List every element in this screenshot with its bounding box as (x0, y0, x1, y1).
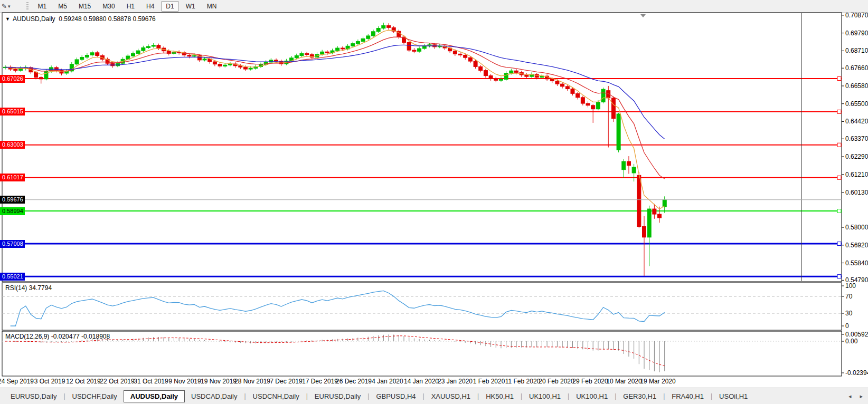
date-axis-label: 4 Jan 2020 (372, 378, 403, 385)
tab-usdcnh-daily[interactable]: USDCNH,Daily (247, 391, 306, 402)
axis-labels-layer: 0.708700.697900.687100.676600.665800.655… (0, 0, 868, 404)
tab-uk100-h1[interactable]: UK100,H1 (523, 391, 567, 402)
price-tick-label: 0.56920 (845, 242, 868, 249)
tab-hk50-h1[interactable]: HK50,H1 (479, 391, 520, 402)
date-axis-label: 28 Nov 2019 (234, 378, 270, 385)
rsi-name: RSI(14) (5, 284, 27, 292)
chart-title: ▼AUDUSD,Daily 0.59248 0.59880 0.58878 0.… (5, 15, 156, 23)
macd-tick-label: -0.023944 (845, 369, 868, 377)
chart-ohlc-values: 0.59248 0.59880 0.58878 0.59676 (59, 15, 156, 23)
date-axis-label: 29 Feb 2020 (572, 378, 608, 385)
tab-separator: | (711, 392, 712, 400)
tab-separator: | (63, 392, 65, 400)
rsi-tick-label: 70 (845, 293, 852, 300)
macd-name: MACD(12,26,9) (5, 333, 49, 340)
price-tick-label: 0.58000 (845, 224, 868, 231)
tab-usdcad-daily[interactable]: USDCAD,Daily (185, 391, 243, 402)
date-axis-label: 1 Feb 2020 (473, 378, 505, 385)
tab-separator: | (521, 392, 522, 400)
tab-separator: | (423, 392, 424, 400)
macd-value: -0.020477 -0.018908 (51, 333, 110, 340)
chart-tabs: EURUSD,Daily|USDCHF,DailyAUDUSD,DailyUSD… (4, 390, 754, 402)
date-axis-label: 11 Feb 2020 (505, 378, 541, 385)
tab-ger30-h1[interactable]: GER30,H1 (617, 391, 663, 402)
price-tick-label: 0.65500 (845, 100, 868, 108)
price-tick-label: 0.61210 (845, 171, 868, 178)
price-tick-label: 0.68710 (845, 47, 868, 54)
tab-scroll-right-icon[interactable]: ▸ (860, 393, 863, 400)
tab-separator: | (615, 392, 616, 400)
rsi-value: 34.7794 (29, 284, 52, 292)
tab-uk100-h1[interactable]: UK100,H1 (570, 391, 614, 402)
macd-tick-label: 0.00 (845, 338, 857, 345)
date-axis-label: 19 Nov 2019 (201, 378, 237, 385)
level-price-box: 0.61017 (0, 174, 25, 181)
rsi-tick-label: 30 (845, 310, 852, 317)
level-price-box: 0.58994 (0, 207, 25, 215)
date-axis-label: 26 Dec 2019 (336, 378, 372, 385)
level-price-box: 0.67026 (0, 75, 25, 83)
date-axis-label: 19 Mar 2020 (640, 378, 675, 385)
tab-separator: | (367, 392, 369, 400)
chart-tab-bar: EURUSD,Daily|USDCHF,DailyAUDUSD,DailyUSD… (0, 388, 868, 404)
date-axis-label: 24 Sep 2019 (0, 378, 34, 385)
date-axis-label: 20 Feb 2020 (539, 378, 574, 385)
tab-gbpusd-h4[interactable]: GBPUSD,H4 (370, 391, 422, 402)
tab-eurusd-daily[interactable]: EURUSD,Daily (308, 391, 367, 402)
tab-separator: | (663, 392, 665, 400)
price-tick-label: 0.64420 (845, 118, 868, 125)
price-tick-label: 0.63370 (845, 135, 868, 142)
price-tick-label: 0.66580 (845, 82, 868, 90)
date-axis-label: 7 Dec 2019 (270, 378, 302, 385)
date-axis-label: 10 Mar 2020 (606, 378, 641, 385)
date-axis-label: 31 Oct 2019 (134, 378, 168, 385)
date-axis-label: 22 Oct 2019 (100, 378, 134, 385)
rsi-tick-label: 100 (845, 282, 856, 290)
price-tick-label: 0.70870 (845, 12, 868, 19)
macd-indicator-label: MACD(12,26,9) -0.020477 -0.018908 (5, 333, 110, 340)
tab-audusd-daily[interactable]: AUDUSD,Daily (124, 390, 185, 402)
level-price-box: 0.63003 (0, 141, 25, 149)
date-axis-label: 12 Oct 2019 (66, 378, 100, 385)
date-axis-label: 17 Dec 2019 (302, 378, 338, 385)
date-axis-label: 23 Jan 2020 (438, 378, 473, 385)
chart-symbol-label: AUDUSD,Daily (13, 15, 55, 23)
price-tick-label: 0.60130 (845, 189, 868, 196)
tab-xauusd-h1[interactable]: XAUUSD,H1 (425, 391, 477, 402)
macd-tick-label: 0.005923 (845, 331, 868, 338)
rsi-tick-label: 0 (845, 322, 849, 330)
tab-eurusd-daily[interactable]: EURUSD,Daily (4, 391, 63, 402)
rsi-indicator-label: RSI(14) 34.7794 (5, 284, 52, 292)
tab-separator: | (477, 392, 479, 400)
mt4-window: ✎ ▾ M1M5M15M30H1H4D1W1MN 0.708700.697900… (0, 0, 868, 404)
tab-separator: | (568, 392, 569, 400)
tab-separator: | (244, 392, 246, 400)
price-tick-label: 0.55840 (845, 259, 868, 267)
date-axis-label: 3 Oct 2019 (34, 378, 65, 385)
price-tick-label: 0.67660 (845, 64, 868, 72)
price-tick-label: 0.62290 (845, 153, 868, 160)
tab-scroll-left-icon[interactable]: ◂ (848, 393, 852, 400)
level-price-box: 0.55021 (0, 273, 25, 281)
date-axis-label: 9 Nov 2019 (168, 378, 201, 385)
tab-fra40-h1[interactable]: FRA40,H1 (665, 391, 710, 402)
price-tick-label: 0.69790 (845, 30, 868, 37)
tab-usdchf-daily[interactable]: USDCHF,Daily (66, 391, 124, 402)
tab-separator: | (306, 392, 308, 400)
tab-usoil-h1[interactable]: USOil,H1 (713, 391, 754, 402)
level-price-box: 0.57008 (0, 240, 25, 248)
date-axis-label: 14 Jan 2020 (404, 378, 439, 385)
current-price-box: 0.59676 (0, 196, 25, 204)
level-price-box: 0.65015 (0, 108, 25, 116)
collapse-arrow-icon[interactable]: ▼ (5, 16, 10, 22)
